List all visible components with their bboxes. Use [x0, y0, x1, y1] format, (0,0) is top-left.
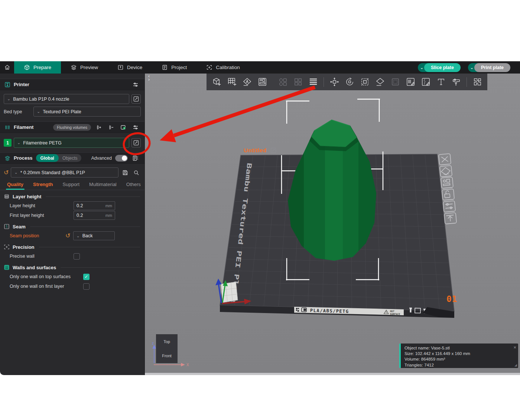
- tab-strength[interactable]: Strength: [28, 182, 58, 190]
- tab-project[interactable]: Project: [152, 61, 196, 74]
- only-one-wall-first-checkbox[interactable]: [83, 283, 90, 290]
- only-one-wall-top-checkbox[interactable]: ✓: [83, 274, 90, 280]
- assembly-view-button[interactable]: [470, 75, 484, 89]
- drop-to-bed-button[interactable]: [444, 213, 456, 224]
- viewport-3d[interactable]: ‹ ›: [145, 74, 520, 373]
- save-preset-button[interactable]: [121, 168, 130, 177]
- tab-multimaterial[interactable]: Multimaterial: [84, 182, 121, 190]
- chevron-down-icon: ⌄: [7, 97, 10, 101]
- split-to-parts-button[interactable]: [291, 75, 305, 89]
- home-icon: [4, 64, 10, 71]
- arrange-button[interactable]: [255, 75, 269, 89]
- home-button[interactable]: [0, 61, 14, 74]
- unit-label: mm: [105, 204, 112, 208]
- flushing-volumes-button[interactable]: Flushing volumes: [53, 124, 91, 131]
- reset-process-icon[interactable]: ↺: [4, 170, 9, 176]
- plate-name-row: Untitled: [244, 147, 276, 154]
- layer-height-input[interactable]: [77, 203, 105, 208]
- close-icon[interactable]: ×: [513, 344, 516, 351]
- chevron-down-icon: ⌄: [470, 65, 474, 70]
- precision-icon: [4, 244, 10, 250]
- ams-sync-button[interactable]: [119, 123, 128, 132]
- filament-edit-button[interactable]: [131, 138, 141, 147]
- top-bar: Prepare Preview Device Project Calibrati…: [0, 61, 520, 74]
- printer-preset-value: Bambu Lab P1P 0.4 nozzle: [13, 97, 69, 102]
- move-button[interactable]: [327, 75, 341, 89]
- add-filament-button[interactable]: [94, 123, 103, 132]
- process-preset-select[interactable]: ⌄ * 0.20mm Standard @BBL P1P: [11, 167, 118, 178]
- lock-plate-button[interactable]: [442, 189, 454, 201]
- object-name: Object name: Vase-5.stl: [404, 345, 514, 351]
- advanced-label: Advanced: [91, 156, 112, 161]
- seam-position-value: Back: [82, 233, 93, 238]
- tab-prepare[interactable]: Prepare: [14, 61, 61, 74]
- add-plate-button[interactable]: [225, 75, 239, 89]
- seam-paint-button[interactable]: [419, 75, 433, 89]
- nav-cube[interactable]: Top Front z X: [152, 333, 192, 371]
- delete-plate-button[interactable]: [439, 154, 451, 165]
- measure-icon: [451, 77, 461, 87]
- bambu-studio-app: Prepare Preview Device Project Calibrati…: [0, 0, 520, 420]
- model-vase[interactable]: [288, 120, 376, 261]
- precise-wall-checkbox[interactable]: [74, 253, 80, 260]
- bed-type-select[interactable]: ⌄ Textured PEI Plate: [33, 107, 141, 117]
- tab-support[interactable]: Support: [58, 182, 85, 190]
- group-title: Layer height: [13, 194, 41, 199]
- filament-preset-select[interactable]: ⌄ Filamentree PETG: [14, 138, 129, 148]
- remove-filament-button[interactable]: [107, 123, 116, 132]
- scope-objects-button[interactable]: Objects: [59, 156, 81, 161]
- layer-height-input-box: mm: [74, 201, 115, 210]
- rotate-button[interactable]: [342, 75, 357, 89]
- setting-label: First layer height: [10, 213, 74, 218]
- tab-preview[interactable]: Preview: [61, 61, 108, 74]
- scope-global-button[interactable]: Global: [36, 154, 59, 162]
- split-to-objects-button[interactable]: [276, 75, 290, 89]
- support-paint-button[interactable]: [403, 75, 417, 89]
- search-settings-button[interactable]: [132, 168, 141, 177]
- add-object-button[interactable]: [209, 75, 224, 89]
- auto-orient-icon: [242, 77, 252, 87]
- group-title: Precision: [13, 244, 35, 250]
- settings-sidebar: Printer ⌄ Bambu Lab P1P 0.4 nozzle Bed t…: [0, 74, 145, 375]
- viewport-toolbar: [207, 74, 487, 90]
- chevron-down-icon: ⌄: [420, 65, 424, 70]
- tab-quality[interactable]: Quality: [2, 182, 28, 190]
- orient-plate-button[interactable]: [440, 166, 452, 177]
- scale-button[interactable]: [358, 75, 372, 89]
- scene-canvas: Bambu Textured PEI Plate PLA/ABS/PETG HO…: [145, 74, 520, 373]
- color-paint-button[interactable]: [388, 75, 402, 89]
- setting-label: Layer height: [10, 203, 74, 208]
- lay-flat-button[interactable]: [373, 75, 387, 89]
- printer-settings-button[interactable]: [131, 80, 140, 89]
- layers-icon: [71, 64, 77, 71]
- filament-settings-button[interactable]: [131, 123, 140, 132]
- tab-others[interactable]: Others: [121, 182, 146, 190]
- printer-edit-button[interactable]: [131, 94, 141, 104]
- reset-seam-icon[interactable]: ↺: [65, 233, 70, 239]
- print-plate-button[interactable]: Print plate: [474, 63, 510, 72]
- arrange-plate-button[interactable]: [441, 177, 453, 189]
- text-tool-button[interactable]: [434, 75, 448, 89]
- lay-flat-icon: [375, 77, 385, 87]
- topbar-actions: ⌄ Slice plate ⌄ Print plate: [418, 61, 520, 74]
- seam-position-select[interactable]: ⌄ Back: [73, 231, 115, 240]
- remove-filament-icon: [108, 124, 114, 130]
- plate-settings-button[interactable]: [443, 201, 455, 212]
- tab-device[interactable]: Device: [108, 61, 152, 74]
- advanced-toggle[interactable]: [115, 155, 128, 162]
- collapse-sidebar-handle[interactable]: ‹ ›: [146, 75, 152, 81]
- auto-orient-button[interactable]: [240, 75, 254, 89]
- printer-preset-select[interactable]: ⌄ Bambu Lab P1P 0.4 nozzle: [4, 94, 129, 104]
- chevron-down-icon: ⌄: [76, 234, 79, 238]
- first-layer-height-input[interactable]: [77, 213, 105, 218]
- measure-button[interactable]: [449, 75, 463, 89]
- edit-plate-name-icon[interactable]: [270, 147, 276, 153]
- variable-layer-height-button[interactable]: [306, 75, 320, 89]
- tab-calibration[interactable]: Calibration: [196, 61, 250, 74]
- slice-plate-button[interactable]: Slice plate: [424, 63, 461, 72]
- object-size: Size: 102.442 x 116.449 x 160 mm: [404, 351, 514, 356]
- setting-row: Precise wall: [0, 251, 144, 261]
- process-scope-switch: Global Objects: [36, 154, 81, 162]
- edit-icon: [133, 140, 139, 146]
- compare-presets-button[interactable]: [131, 154, 140, 163]
